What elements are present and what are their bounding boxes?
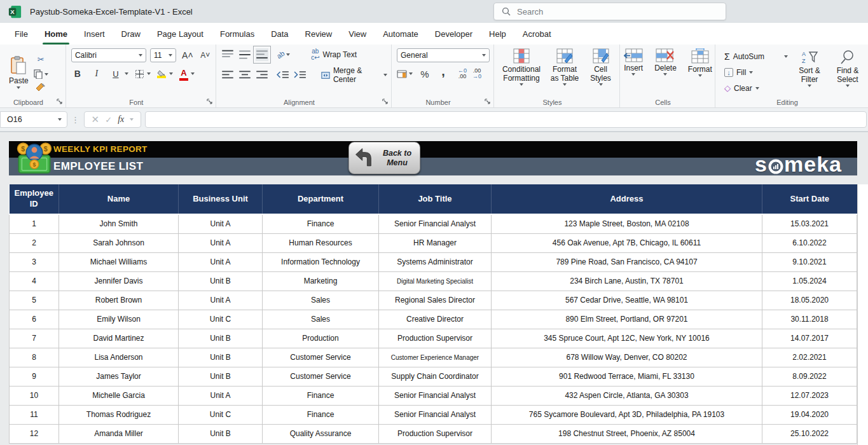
cut-icon[interactable]: ✂ bbox=[34, 53, 47, 65]
cell-job-title[interactable]: Digital Marketing Specialist bbox=[379, 271, 492, 291]
cell-department[interactable]: Customer Service bbox=[263, 348, 379, 367]
align-left-icon[interactable] bbox=[221, 69, 234, 81]
font-dialog-launcher[interactable] bbox=[207, 99, 213, 105]
cell-address[interactable]: 678 Willow Way, Denver, CO 80202 bbox=[492, 348, 762, 367]
tab-data[interactable]: Data bbox=[263, 23, 296, 44]
italic-button[interactable]: I bbox=[90, 67, 103, 80]
clear-button[interactable]: ◇ Clear bbox=[724, 81, 788, 95]
cell-job-title[interactable]: Senior Financial Analyst bbox=[379, 386, 492, 405]
increase-indent-icon[interactable] bbox=[294, 69, 307, 81]
cell-start-date[interactable]: 18.05.2020 bbox=[762, 291, 857, 310]
shrink-font-button[interactable]: A˅ bbox=[199, 49, 212, 62]
tab-review[interactable]: Review bbox=[297, 23, 341, 44]
underline-button[interactable]: U bbox=[109, 67, 122, 80]
cell-employee-id[interactable]: 1 bbox=[10, 214, 59, 233]
cell-business-unit[interactable]: Unit A bbox=[179, 386, 263, 405]
cell-department[interactable]: Information Technology bbox=[263, 252, 379, 271]
cell-employee-id[interactable]: 6 bbox=[10, 310, 59, 329]
comma-style-button[interactable]: , bbox=[437, 65, 450, 78]
cell-styles-button[interactable]: Cell Styles bbox=[586, 48, 616, 96]
cell-address[interactable]: 765 Sycamore Boulevard, Apt 3D, Philadel… bbox=[492, 405, 762, 424]
tab-home[interactable]: Home bbox=[36, 23, 76, 44]
cell-business-unit[interactable]: Unit B bbox=[179, 424, 263, 443]
delete-cells-button[interactable]: Delete bbox=[652, 48, 679, 96]
cell-start-date[interactable]: 14.07.2017 bbox=[762, 329, 857, 348]
cell-employee-id[interactable]: 11 bbox=[10, 405, 59, 424]
cell-business-unit[interactable]: Unit A bbox=[179, 252, 263, 271]
sort-filter-button[interactable]: A Z Sort & Filter bbox=[793, 50, 826, 96]
name-box[interactable]: O16 bbox=[0, 111, 67, 128]
cell-address[interactable]: 198 Chestnut Street, Phoenix, AZ 85004 bbox=[492, 424, 762, 443]
cell-job-title[interactable]: Creative Director bbox=[379, 310, 492, 329]
cancel-icon[interactable]: ✕ bbox=[92, 114, 100, 125]
cell-employee-id[interactable]: 3 bbox=[10, 252, 59, 271]
cell-business-unit[interactable]: Unit B bbox=[179, 348, 263, 367]
cell-business-unit[interactable]: Unit A bbox=[179, 233, 263, 252]
cell-start-date[interactable]: 2.02.2021 bbox=[762, 348, 857, 367]
cell-employee-id[interactable]: 8 bbox=[10, 348, 59, 367]
cell-employee-id[interactable]: 5 bbox=[10, 291, 59, 310]
font-name-select[interactable]: Calibri bbox=[71, 48, 146, 62]
decrease-indent-icon[interactable] bbox=[277, 69, 289, 81]
cell-employee-id[interactable]: 2 bbox=[10, 233, 59, 252]
cell-name[interactable]: Jennifer Davis bbox=[59, 271, 179, 291]
cell-employee-id[interactable]: 10 bbox=[10, 386, 59, 405]
cell-employee-id[interactable]: 7 bbox=[10, 329, 59, 348]
tab-developer[interactable]: Developer bbox=[427, 23, 481, 44]
cell-business-unit[interactable]: Unit B bbox=[179, 329, 263, 348]
bold-button[interactable]: B bbox=[71, 67, 84, 80]
cell-address[interactable]: 432 Aspen Circle, Atlanta, GA 30303 bbox=[492, 386, 762, 405]
copy-button[interactable] bbox=[34, 69, 48, 79]
empty-cells-strip[interactable] bbox=[857, 184, 868, 445]
tab-file[interactable]: File bbox=[6, 23, 36, 44]
find-select-button[interactable]: Find & Select bbox=[831, 50, 864, 96]
format-painter-icon[interactable] bbox=[36, 83, 46, 92]
cell-job-title[interactable]: Customer Experience Manager bbox=[379, 348, 492, 367]
align-bottom-icon[interactable] bbox=[256, 48, 268, 61]
cell-name[interactable]: Sarah Johnson bbox=[59, 233, 179, 252]
cell-address[interactable]: 345 Spruce Court, Apt 12C, New York, NY … bbox=[492, 329, 762, 348]
cell-business-unit[interactable]: Unit C bbox=[179, 405, 263, 424]
number-dialog-launcher[interactable] bbox=[485, 99, 491, 105]
cell-job-title[interactable]: Systems Administrator bbox=[379, 252, 492, 271]
cell-name[interactable]: Amanda Miller bbox=[59, 424, 179, 443]
cell-department[interactable]: Quality Assurance bbox=[263, 424, 379, 443]
back-to-menu-button[interactable]: Back toMenu bbox=[348, 142, 420, 174]
search-box[interactable]: Search bbox=[493, 3, 726, 20]
cell-department[interactable]: Marketing bbox=[263, 271, 379, 291]
insert-function-icon[interactable]: fx bbox=[118, 114, 124, 125]
formula-input[interactable] bbox=[145, 111, 867, 128]
cell-department[interactable]: Customer Service bbox=[263, 367, 379, 386]
paste-caret[interactable] bbox=[17, 86, 20, 89]
cell-business-unit[interactable]: Unit B bbox=[179, 271, 263, 291]
align-center-icon[interactable] bbox=[238, 69, 251, 81]
alignment-dialog-launcher[interactable] bbox=[382, 99, 389, 105]
cell-name[interactable]: John Smith bbox=[59, 214, 179, 233]
autosum-button[interactable]: Σ AutoSum bbox=[724, 50, 788, 63]
number-format-select[interactable]: General bbox=[397, 48, 490, 62]
cell-address[interactable]: 234 Birch Lane, Austin, TX 78701 bbox=[492, 271, 762, 291]
cell-address[interactable]: 901 Redwood Terrace, Miami, FL 33130 bbox=[492, 367, 762, 386]
cell-address[interactable]: 123 Maple Street, Boston, MA 02108 bbox=[492, 214, 762, 233]
cell-department[interactable]: Production bbox=[263, 329, 379, 348]
format-as-table-button[interactable]: Format as Table bbox=[548, 48, 582, 96]
cell-address[interactable]: 890 Elm Street, Portland, OR 97201 bbox=[492, 310, 762, 329]
clipboard-dialog-launcher[interactable] bbox=[57, 99, 63, 105]
cell-business-unit[interactable]: Unit C bbox=[179, 310, 263, 329]
cell-business-unit[interactable]: Unit A bbox=[179, 291, 263, 310]
cell-department[interactable]: Human Resources bbox=[263, 233, 379, 252]
formula-bar-handle[interactable]: ⋮ bbox=[71, 115, 80, 125]
cell-job-title[interactable]: Supply Chain Coordinator bbox=[379, 367, 492, 386]
cell-name[interactable]: Robert Brown bbox=[59, 291, 179, 310]
cell-start-date[interactable]: 8.09.2022 bbox=[762, 367, 857, 386]
cell-department[interactable]: Sales bbox=[263, 310, 379, 329]
cell-job-title[interactable]: HR Manager bbox=[379, 233, 492, 252]
cell-job-title[interactable]: Regional Sales Director bbox=[379, 291, 492, 310]
cell-name[interactable]: Emily Wilson bbox=[59, 310, 179, 329]
cell-start-date[interactable]: 15.03.2021 bbox=[762, 214, 857, 233]
decrease-decimal-button[interactable]: .00→0 bbox=[472, 68, 481, 79]
cell-business-unit[interactable]: Unit B bbox=[179, 367, 263, 386]
cell-department[interactable]: Finance bbox=[263, 214, 379, 233]
cell-start-date[interactable]: 9.10.2021 bbox=[762, 252, 857, 271]
tab-view[interactable]: View bbox=[340, 23, 375, 44]
